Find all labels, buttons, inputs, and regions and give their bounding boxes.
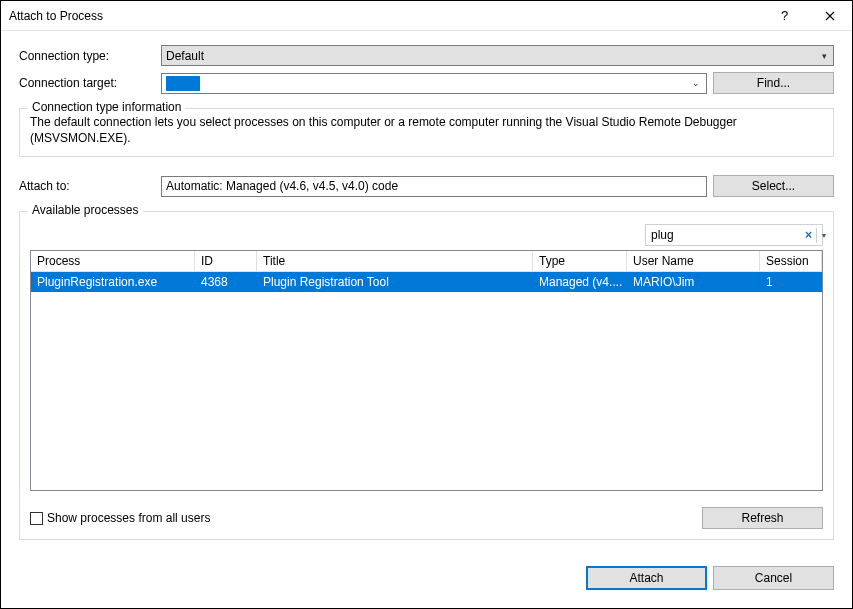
attach-button[interactable]: Attach [586, 566, 707, 590]
col-header-title[interactable]: Title [257, 251, 533, 271]
find-button[interactable]: Find... [713, 72, 834, 94]
titlebar: Attach to Process ? [1, 1, 852, 31]
connection-target-selection [166, 76, 200, 91]
dialog-body: Connection type: Default ▾ Connection ta… [1, 31, 852, 554]
filter-options-icon[interactable]: ▾ [816, 228, 828, 243]
dialog-footer: Attach Cancel [1, 554, 852, 608]
chevron-down-icon: ▾ [822, 51, 829, 61]
cell-user: MARIO\Jim [627, 272, 760, 292]
attach-to-value: Automatic: Managed (v4.6, v4.5, v4.0) co… [166, 179, 398, 193]
chevron-down-icon: ⌄ [692, 78, 702, 88]
table-row[interactable]: PluginRegistration.exe 4368 Plugin Regis… [31, 272, 822, 292]
attach-to-field: Automatic: Managed (v4.6, v4.5, v4.0) co… [161, 176, 707, 197]
available-processes-group: Available processes × ▾ Process ID Title… [19, 211, 834, 540]
cell-title: Plugin Registration Tool [257, 272, 533, 292]
filter-input[interactable] [651, 228, 801, 242]
show-all-users-checkbox[interactable]: Show processes from all users [30, 511, 210, 525]
connection-type-value: Default [166, 49, 204, 63]
col-header-id[interactable]: ID [195, 251, 257, 271]
table-header: Process ID Title Type User Name Session [31, 251, 822, 272]
cell-type: Managed (v4.... [533, 272, 627, 292]
cell-session: 1 [760, 272, 822, 292]
connection-type-info-text: The default connection lets you select p… [30, 115, 823, 146]
attach-to-row: Attach to: Automatic: Managed (v4.6, v4.… [19, 175, 834, 197]
filter-row: × ▾ [30, 224, 823, 246]
filter-box[interactable]: × ▾ [645, 224, 823, 246]
checkbox-box-icon [30, 512, 43, 525]
cancel-button[interactable]: Cancel [713, 566, 834, 590]
show-all-users-label: Show processes from all users [47, 511, 210, 525]
select-button[interactable]: Select... [713, 175, 834, 197]
process-table: Process ID Title Type User Name Session … [30, 250, 823, 491]
refresh-button[interactable]: Refresh [702, 507, 823, 529]
connection-target-label: Connection target: [19, 76, 161, 90]
col-header-session[interactable]: Session [760, 251, 822, 271]
cell-process: PluginRegistration.exe [31, 272, 195, 292]
available-processes-title: Available processes [28, 203, 143, 217]
connection-type-label: Connection type: [19, 49, 161, 63]
connection-type-row: Connection type: Default ▾ [19, 45, 834, 66]
attach-to-process-dialog: Attach to Process ? Connection type: Def… [0, 0, 853, 609]
help-button[interactable]: ? [762, 1, 807, 30]
close-button[interactable] [807, 1, 852, 30]
col-header-type[interactable]: Type [533, 251, 627, 271]
connection-target-combo[interactable]: ⌄ [161, 73, 707, 94]
connection-type-info-title: Connection type information [28, 100, 185, 114]
col-header-user[interactable]: User Name [627, 251, 760, 271]
cell-id: 4368 [195, 272, 257, 292]
connection-type-dropdown[interactable]: Default ▾ [161, 45, 834, 66]
clear-filter-icon[interactable]: × [803, 228, 814, 242]
dialog-title: Attach to Process [9, 9, 762, 23]
close-icon [825, 11, 835, 21]
attach-to-label: Attach to: [19, 179, 161, 193]
connection-target-row: Connection target: ⌄ Find... [19, 72, 834, 94]
connection-type-info-group: Connection type information The default … [19, 108, 834, 157]
col-header-process[interactable]: Process [31, 251, 195, 271]
below-table-row: Show processes from all users Refresh [30, 507, 823, 529]
